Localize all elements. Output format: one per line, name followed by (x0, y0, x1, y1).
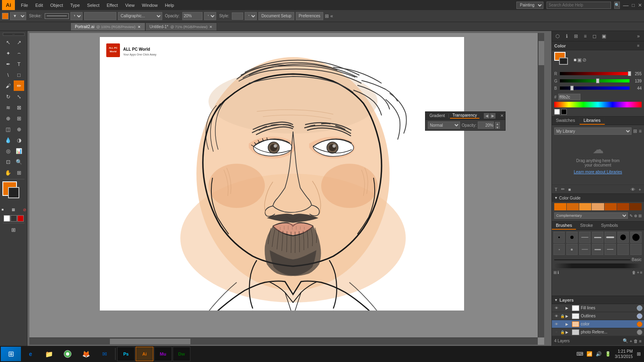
none-btn[interactable]: ⊘ (19, 204, 28, 215)
warp-tool[interactable]: ≋ (3, 102, 13, 113)
trans-nav-left[interactable]: ◀ (484, 113, 489, 119)
eyedropper-tool[interactable]: 💧 (3, 135, 13, 145)
white-swatch[interactable] (4, 215, 10, 222)
horizontal-scroll-thumb[interactable] (110, 339, 190, 344)
lib-eye-btn[interactable]: 👁 (630, 186, 636, 193)
canvas-area[interactable]: ALL PC World ALL PC World Your Apps One … (27, 31, 551, 352)
vertical-scrollbar[interactable] (538, 33, 544, 337)
layer-find-btn[interactable]: 🔍 (623, 338, 628, 343)
search-input[interactable] (547, 2, 611, 9)
style-select[interactable]: ▼ (245, 12, 257, 20)
tray-expand-icon[interactable]: ⊞ (636, 351, 642, 357)
tab-close-untitled1[interactable]: ✕ (209, 25, 213, 29)
library-grid-view[interactable]: ⊞ (633, 128, 637, 134)
artboard-tool[interactable]: ⊡ (3, 156, 13, 167)
doc-setup-btn[interactable]: Document Setup (258, 12, 294, 20)
library-name-select[interactable]: My Library (554, 128, 632, 135)
taskbar-ie[interactable]: e (22, 347, 39, 361)
color-spectrum[interactable] (554, 102, 642, 107)
tray-network-icon[interactable]: 📶 (586, 351, 593, 357)
cg-swatch-3[interactable] (592, 203, 604, 210)
b-slider-track[interactable] (560, 86, 630, 90)
mesh-tool[interactable]: ⊕ (14, 124, 24, 134)
brush-info-btn[interactable]: ℹ (557, 270, 559, 275)
taskbar-muse[interactable]: Mu (154, 347, 172, 361)
gradient-color-btn[interactable]: ▣ (577, 57, 582, 63)
color-mode-btn[interactable]: ■ (0, 204, 8, 215)
stroke-tab[interactable]: Stroke (576, 222, 597, 230)
layer-del-btn[interactable]: 🗑 (634, 338, 638, 343)
taskbar-photoshop[interactable]: Ps (117, 347, 135, 361)
layer-expand-fill[interactable]: ▶ (566, 306, 570, 310)
library-list-view[interactable]: ≡ (639, 128, 642, 134)
brush-dot-dash[interactable] (579, 232, 590, 243)
brush-2-2[interactable] (566, 244, 578, 255)
brush-dot-large[interactable] (617, 232, 629, 243)
layer-eye-outlines[interactable]: 👁 (553, 313, 559, 319)
toolbar-fill-mode[interactable]: ▼ (10, 12, 26, 20)
cg-link-btn[interactable]: ⊞ (638, 214, 642, 218)
brush-libs-btn[interactable]: ⊞ (553, 270, 557, 275)
bar-chart-tool[interactable]: 📊 (14, 146, 24, 156)
brush-options-btn[interactable]: ≡ (640, 270, 642, 275)
layer-photo[interactable]: 👁 🔒 ▶ photo Refere... (552, 328, 644, 336)
red-swatch[interactable] (17, 215, 24, 222)
direct-select-tool[interactable]: ↗ (14, 37, 24, 47)
color-guide-header[interactable]: ▼ Color Guide (552, 194, 644, 202)
blend-tool[interactable]: ◑ (14, 135, 24, 145)
tray-keyboard-icon[interactable]: ⌨ (576, 351, 584, 357)
opacity-down[interactable]: ▼ (495, 125, 500, 129)
magic-wand-tool[interactable]: ✦ (3, 48, 13, 58)
gradient-box-btn[interactable]: ▦ (8, 204, 19, 215)
toolbar-collapse-btn[interactable]: « (330, 13, 333, 19)
opacity-select[interactable]: ▼ (204, 12, 216, 20)
lib-pen-btn[interactable]: ✏ (560, 186, 566, 193)
cg-swatch-0[interactable] (554, 203, 566, 210)
stroke-panel-icon[interactable]: ◻ (590, 32, 599, 40)
g-slider-track[interactable] (560, 79, 630, 82)
libraries-tab[interactable]: Libraries (580, 117, 605, 125)
g-slider-thumb[interactable] (596, 78, 599, 83)
trans-nav-right[interactable]: ▶ (490, 113, 495, 119)
maximize-button[interactable]: □ (632, 2, 635, 8)
rotate-tool[interactable]: ↻ (3, 91, 13, 102)
layer-fill-lines[interactable]: 👁 🔒 ▶ Fill lines (552, 304, 644, 312)
layer-add-btn[interactable]: + (630, 338, 632, 343)
menu-effect[interactable]: Effect (103, 2, 121, 8)
menu-window[interactable]: Window (139, 2, 161, 8)
layers-header[interactable]: ▼ Layers (552, 296, 644, 304)
transparency-tab[interactable]: Transparency (450, 113, 479, 119)
draw-mode-btn[interactable]: ⊞ (3, 224, 25, 235)
tray-battery-icon[interactable]: 🔋 (604, 351, 612, 357)
brush-2-1[interactable] (553, 244, 565, 255)
toolbar-fill-swatch[interactable] (2, 13, 8, 19)
brush-2-4[interactable] (592, 244, 603, 255)
close-button[interactable]: ✕ (638, 2, 642, 8)
taskbar-explorer[interactable]: 📁 (40, 347, 58, 361)
layer-lock-outlines[interactable]: 🔒 (560, 314, 565, 319)
b-slider-thumb[interactable] (570, 86, 574, 90)
tab-portrait2[interactable]: Portrait2.ai @ 100% (RGB/Preview) ✕ (70, 23, 145, 31)
taskbar-chrome[interactable] (59, 347, 76, 361)
cg-swatch-1[interactable] (567, 203, 579, 210)
opacity-up[interactable]: ▲ (495, 122, 500, 125)
brush-2-5[interactable] (605, 244, 616, 255)
vertical-scroll-thumb[interactable] (539, 41, 544, 65)
color-panel-icon[interactable]: ⬡ (553, 32, 561, 40)
perspective-tool[interactable]: ⊞ (14, 113, 24, 123)
color-panel-menu[interactable]: ≡ (635, 43, 642, 49)
layer-options-outlines[interactable] (637, 313, 642, 319)
brush-new-btn[interactable]: + (637, 270, 639, 275)
brushes-tab[interactable]: Brushes (552, 222, 576, 230)
cg-edit-btn[interactable]: ✎ (630, 214, 633, 218)
taskbar-dreamweaver[interactable]: Dw (173, 347, 190, 361)
layer-expand-photo[interactable]: ▶ (566, 330, 570, 334)
cg-swatch-4[interactable] (605, 203, 617, 210)
library-learn-link[interactable]: Learn more about Libraries (557, 170, 639, 174)
symbol-sprayer-tool[interactable]: ◎ (3, 146, 13, 156)
hand-tool[interactable]: ✋ (3, 167, 13, 178)
layer-eye-photo[interactable]: 👁 (553, 329, 559, 335)
trans-close-btn[interactable]: ✕ (500, 113, 504, 118)
brush-2-6[interactable] (617, 244, 629, 255)
opacity-value-input[interactable] (478, 121, 494, 129)
